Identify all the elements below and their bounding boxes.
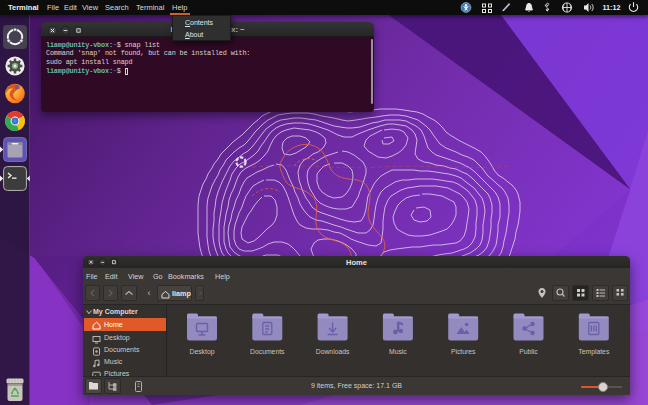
svg-text:11:12: 11:12 [603, 3, 621, 12]
